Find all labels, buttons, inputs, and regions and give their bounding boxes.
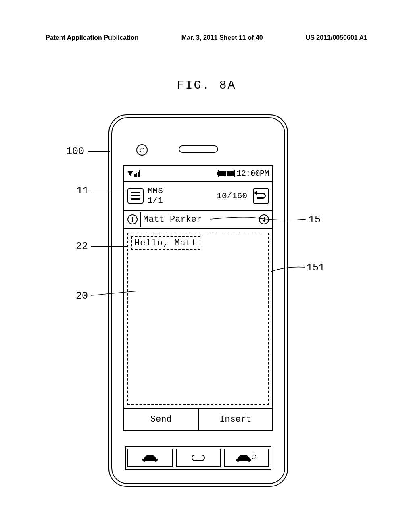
dropdown-icon[interactable] <box>259 214 269 224</box>
signal-icon <box>127 170 140 177</box>
touch-screen[interactable]: 12:00PM MMS 1/1 10/160 i <box>123 165 273 431</box>
recipient-row[interactable]: i Matt Parker <box>124 211 272 229</box>
message-text: Hello, Matt <box>131 236 200 250</box>
phone-body: 12:00PM MMS 1/1 10/160 i <box>108 114 288 487</box>
send-button[interactable]: Send <box>124 409 199 430</box>
menu-icon[interactable] <box>127 188 144 204</box>
home-button[interactable] <box>176 449 221 467</box>
ref-label-151: 151 <box>307 262 325 274</box>
phone-bezel: 12:00PM MMS 1/1 10/160 i <box>111 117 285 484</box>
camera-icon <box>136 144 148 156</box>
header-left: Patent Application Publication <box>46 34 139 42</box>
figure-title: FIG. 8A <box>177 79 236 92</box>
leader-line <box>88 151 110 152</box>
leader-line <box>91 191 124 191</box>
header-center: Mar. 3, 2011 Sheet 11 of 40 <box>181 34 263 42</box>
ref-label-15: 15 <box>309 214 321 226</box>
ref-label-22: 22 <box>76 241 88 252</box>
status-time: 12:00PM <box>236 169 269 178</box>
contact-name: Matt Parker <box>143 214 202 224</box>
speaker-icon <box>179 145 218 153</box>
leader-line <box>91 246 128 247</box>
title-text: MMS 1/1 <box>148 186 163 206</box>
call-button[interactable] <box>127 449 173 467</box>
mms-label: MMS <box>148 186 163 196</box>
battery-icon <box>218 170 235 177</box>
info-icon[interactable]: i <box>127 214 138 224</box>
header-right: US 2011/0050601 A1 <box>306 34 367 42</box>
action-button-row: Send Insert <box>124 408 272 430</box>
hardware-button-row <box>125 446 271 470</box>
ref-label-11: 11 <box>77 185 89 197</box>
ref-label-20: 20 <box>76 290 88 302</box>
message-input-area[interactable]: Hello, Matt <box>127 233 269 405</box>
char-count: 10/160 <box>217 191 247 201</box>
ref-label-100: 100 <box>66 145 84 157</box>
end-button[interactable] <box>224 449 269 467</box>
insert-button[interactable]: Insert <box>199 409 273 430</box>
title-bar: MMS 1/1 10/160 <box>124 182 272 211</box>
page-indicator: 1/1 <box>148 196 163 206</box>
status-bar: 12:00PM <box>124 166 272 182</box>
back-icon[interactable] <box>253 188 269 204</box>
